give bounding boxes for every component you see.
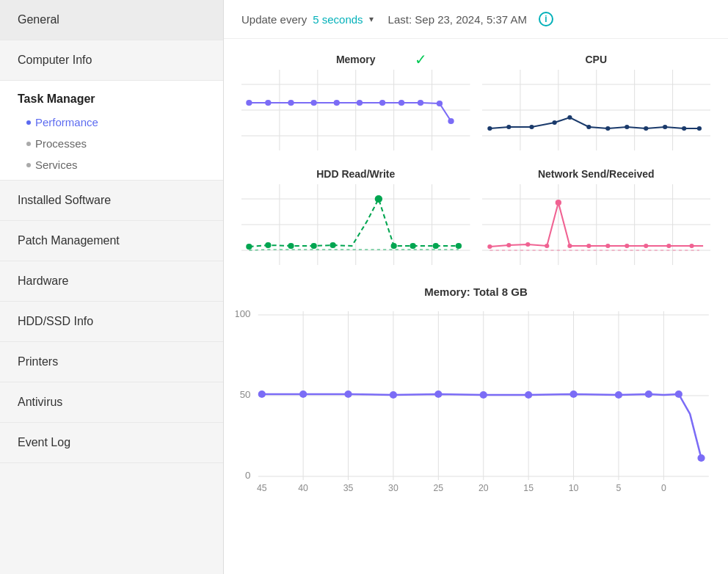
svg-point-48	[265, 242, 271, 248]
header-bar: Update every 5 seconds ▾ Last: Sep 23, 2…	[224, 0, 728, 39]
svg-point-74	[644, 244, 648, 248]
sidebar-item-hdd-ssd[interactable]: HDD/SSD Info	[0, 302, 223, 342]
memory-chart-cell: Memory ✓	[236, 45, 476, 159]
svg-text:0: 0	[661, 483, 666, 493]
svg-point-15	[398, 100, 404, 106]
sidebar-performance-label: Performance	[35, 116, 98, 128]
svg-point-28	[506, 125, 511, 129]
svg-point-113	[697, 454, 705, 462]
svg-point-107	[480, 391, 487, 399]
svg-point-37	[682, 126, 686, 131]
svg-point-50	[310, 243, 316, 249]
svg-point-11	[310, 100, 316, 106]
svg-text:40: 40	[298, 483, 308, 493]
svg-point-109	[569, 390, 577, 398]
big-chart-title: Memory: Total 8 GB	[236, 286, 716, 298]
hdd-chart-title: HDD Read/Write	[241, 168, 470, 180]
svg-point-71	[586, 244, 591, 248]
sidebar-item-hardware[interactable]: Hardware	[0, 261, 223, 302]
sidebar-item-performance[interactable]: Performance	[18, 112, 205, 133]
update-prefix-label: Update every	[241, 13, 307, 26]
svg-point-27	[487, 126, 492, 131]
interval-dropdown-arrow[interactable]: ▾	[369, 14, 374, 24]
sidebar-section-task-manager: Task Manager Performance Processes Servi…	[0, 81, 223, 181]
svg-point-102	[258, 390, 266, 398]
svg-point-54	[410, 243, 415, 249]
update-interval-value[interactable]: 5 seconds	[313, 13, 363, 26]
svg-point-32	[586, 125, 591, 129]
svg-point-69	[555, 200, 561, 206]
cpu-chart-title: CPU	[482, 54, 711, 65]
svg-point-16	[418, 100, 423, 106]
event-log-label: Event Log	[18, 436, 70, 448]
sidebar-item-services[interactable]: Services	[18, 154, 205, 175]
small-charts-grid: Memory ✓	[224, 39, 728, 280]
installed-software-label: Installed Software	[18, 194, 111, 206]
svg-point-14	[379, 100, 385, 106]
cpu-chart-container	[482, 70, 711, 150]
cpu-chart-cell: CPU	[476, 45, 717, 159]
info-icon[interactable]: i	[539, 12, 553, 26]
svg-point-73	[625, 244, 629, 248]
svg-text:50: 50	[240, 389, 251, 400]
hdd-ssd-label: HDD/SSD Info	[18, 315, 93, 327]
svg-point-104	[344, 390, 352, 398]
svg-point-65	[487, 244, 492, 249]
sidebar-item-antivirus[interactable]: Antivirus	[0, 382, 223, 423]
network-chart-title: Network Send/Received	[482, 168, 711, 180]
svg-point-112	[675, 390, 682, 398]
svg-point-34	[625, 125, 629, 129]
sidebar: General Computer Info Task Manager Perfo…	[0, 0, 224, 574]
svg-point-13	[357, 100, 363, 106]
svg-text:10: 10	[569, 483, 579, 493]
svg-point-108	[525, 391, 532, 399]
svg-point-49	[288, 243, 294, 249]
sidebar-section-title-task-manager: Task Manager	[18, 92, 205, 106]
memory-chart-title: Memory	[241, 54, 470, 65]
svg-point-36	[663, 125, 667, 129]
svg-point-52	[375, 195, 382, 203]
big-chart-section: Memory: Total 8 GB 100 50 0	[224, 280, 728, 506]
svg-text:35: 35	[343, 483, 354, 493]
sidebar-item-processes[interactable]: Processes	[18, 133, 205, 154]
dot-icon	[26, 163, 31, 167]
dot-icon	[26, 142, 31, 146]
svg-text:45: 45	[257, 483, 267, 493]
sidebar-item-printers[interactable]: Printers	[0, 342, 223, 382]
svg-point-76	[689, 244, 694, 248]
svg-point-33	[605, 126, 610, 131]
sidebar-item-event-log[interactable]: Event Log	[0, 423, 223, 463]
sidebar-item-general[interactable]: General	[0, 0, 223, 40]
memory-chart-container	[241, 70, 470, 150]
svg-text:20: 20	[478, 483, 489, 493]
sidebar-processes-label: Processes	[35, 137, 87, 150]
svg-point-55	[433, 243, 439, 249]
checkmark-icon: ✓	[415, 51, 427, 68]
svg-point-106	[434, 390, 442, 398]
svg-text:30: 30	[388, 483, 398, 493]
sidebar-services-label: Services	[35, 159, 78, 171]
svg-point-67	[525, 242, 530, 247]
svg-text:0: 0	[245, 470, 250, 481]
svg-point-18	[448, 118, 454, 124]
svg-point-30	[552, 120, 556, 125]
svg-point-12	[334, 100, 340, 106]
svg-text:15: 15	[523, 483, 534, 493]
svg-point-72	[605, 244, 610, 248]
svg-point-68	[545, 244, 549, 248]
big-memory-chart-container: 100 50 0 45 40 35	[236, 304, 716, 495]
svg-text:100: 100	[236, 308, 250, 319]
sidebar-item-installed-software[interactable]: Installed Software	[0, 181, 223, 221]
hardware-label: Hardware	[18, 275, 68, 287]
svg-point-38	[696, 126, 701, 131]
sidebar-item-computer-info[interactable]: Computer Info	[0, 40, 223, 81]
main-content: Update every 5 seconds ▾ Last: Sep 23, 2…	[224, 0, 728, 574]
sidebar-item-patch-management[interactable]: Patch Management	[0, 221, 223, 261]
svg-text:25: 25	[434, 483, 444, 493]
svg-point-75	[666, 244, 671, 248]
svg-point-9	[265, 100, 271, 106]
svg-point-105	[390, 391, 397, 399]
svg-point-111	[645, 390, 652, 398]
network-chart-container	[482, 184, 711, 265]
svg-point-53	[391, 243, 397, 249]
